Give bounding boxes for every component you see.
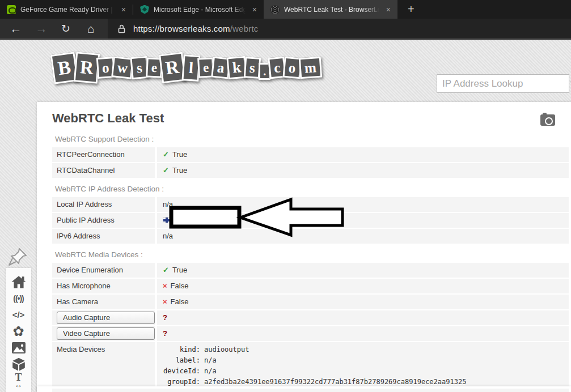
mono-line: kind:audiooutput	[163, 344, 569, 355]
canvas-icon[interactable]: ✿	[6, 323, 31, 339]
row-label: RTCDataChannel	[52, 163, 155, 178]
sidebar-nav: ((•)) </> ✿ T↔	[6, 268, 31, 392]
close-icon[interactable]: ×	[119, 5, 128, 14]
row-value: ?	[157, 326, 569, 341]
button-cell: Video Capture Permissions	[52, 326, 155, 341]
row-label: Has Microphone	[52, 279, 155, 293]
tab-title: Microsoft Edge - Microsoft Edge	[154, 6, 246, 14]
logo-letter: m	[299, 57, 322, 79]
table-row: Device Enumeration ✓True	[52, 263, 569, 278]
browserleaks-logo[interactable]: B R o w s e R l e a k s . c o m	[52, 53, 320, 83]
row-value	[157, 213, 569, 228]
pushpin-icon[interactable]	[8, 246, 28, 269]
row-label: Public IP Address	[52, 213, 155, 228]
browser-tab-bar: GeForce Game Ready Driver | 45 × Microso…	[0, 0, 571, 19]
font-metrics-icon[interactable]: T↔	[6, 372, 31, 389]
home-nav-icon[interactable]: ⌂	[81, 19, 101, 39]
section-ip-header: WebRTC IP Address Detection :	[55, 185, 569, 195]
nvidia-icon	[7, 5, 16, 14]
search-input[interactable]	[437, 78, 570, 90]
mono-line: label:n/a	[163, 355, 569, 366]
row-value: ?	[157, 310, 569, 325]
table-row	[52, 389, 569, 392]
table-row: Has Camera ×False	[52, 295, 569, 309]
row-value: ✓True	[157, 163, 569, 178]
address-bar[interactable]: https://browserleaks.com/webrtc	[108, 19, 571, 39]
screen: GeForce Game Ready Driver | 45 × Microso…	[0, 0, 571, 392]
fingerprint-icon	[270, 5, 280, 14]
cross-icon: ×	[163, 297, 167, 306]
tab-geforce[interactable]: GeForce Game Ready Driver | 45 ×	[0, 0, 133, 19]
row-label: Media Devices	[52, 342, 155, 387]
logo-letter: R	[73, 52, 99, 83]
table-row: Audio Capture Permissions ?	[52, 310, 569, 325]
table-row: Local IP Address n/a	[52, 197, 569, 212]
tab-title: GeForce Game Ready Driver | 45	[20, 6, 115, 14]
url-path: /webrtc	[230, 24, 259, 33]
webgl-cube-icon[interactable]	[6, 356, 31, 372]
section-support-header: WebRTC Support Detection :	[55, 135, 569, 145]
row-value: n/a	[157, 229, 569, 244]
table-row-media-devices: Media Devices kind:audiooutput label:n/a…	[52, 342, 569, 387]
webpage: B R o w s e R l e a k s . c o m WebRTC L…	[0, 40, 571, 392]
table-row: RTCPeerConnection ✓True	[52, 147, 569, 162]
code-icon[interactable]: </>	[6, 306, 31, 323]
table-row: Has Microphone ×False	[52, 279, 569, 293]
mono-line: deviceId:n/a	[163, 366, 569, 377]
video-capture-permissions-button[interactable]: Video Capture Permissions	[57, 327, 155, 340]
ip-lookup-search	[437, 74, 569, 93]
question-mark: ?	[163, 329, 167, 338]
tab-edge[interactable]: Microsoft Edge - Microsoft Edge ×	[133, 0, 264, 19]
finland-flag-icon	[163, 217, 172, 223]
tab-title: WebRTC Leak Test - BrowserLeak	[284, 6, 379, 14]
row-value: ✓True	[157, 263, 569, 278]
row-value: ×False	[157, 295, 569, 309]
question-mark: ?	[163, 313, 167, 322]
row-value: ✓True	[157, 147, 569, 162]
content-panel: WebRTC Leak Test WebRTC Support Detectio…	[37, 102, 571, 392]
table-row: RTCDataChannel ✓True	[52, 163, 569, 178]
section-media-header: WebRTC Media Devices :	[55, 250, 569, 261]
row-label: Has Camera	[52, 295, 155, 309]
tab-webrtc-active[interactable]: WebRTC Leak Test - BrowserLeak ×	[264, 0, 397, 19]
row-label: Local IP Address	[52, 197, 155, 212]
refresh-icon[interactable]: ↻	[56, 19, 76, 39]
back-icon[interactable]: ←	[6, 19, 26, 39]
table-row-public-ip: Public IP Address	[52, 213, 569, 228]
next-content-panel	[37, 386, 571, 392]
browser-navbar: ← → ↻ ⌂ https://browserleaks.com/webrtc	[0, 19, 571, 40]
forward-icon[interactable]: →	[31, 19, 52, 39]
close-icon[interactable]: ×	[384, 5, 393, 14]
edge-icon	[140, 5, 149, 14]
new-tab-button[interactable]: +	[401, 3, 421, 16]
row-label: IPv6 Address	[52, 229, 155, 244]
lock-icon	[118, 24, 125, 33]
row-value: ×False	[157, 279, 569, 293]
image-icon[interactable]	[6, 339, 31, 356]
check-icon: ✓	[163, 150, 169, 159]
cross-icon: ×	[163, 282, 167, 290]
close-icon[interactable]: ×	[250, 5, 259, 14]
broadcast-icon[interactable]: ((•))	[6, 290, 31, 306]
url-text: https://browserleaks.com/webrtc	[133, 24, 258, 33]
check-icon: ✓	[163, 166, 169, 174]
row-value: n/a	[157, 197, 569, 212]
table-row: IPv6 Address n/a	[52, 229, 569, 244]
audio-capture-permissions-button[interactable]: Audio Capture Permissions	[57, 312, 155, 324]
url-host: https://browserleaks.com	[133, 24, 230, 33]
button-cell: Audio Capture Permissions	[52, 310, 155, 325]
table-row: Video Capture Permissions ?	[52, 326, 569, 341]
row-label: Device Enumeration	[52, 263, 155, 278]
home-icon[interactable]	[6, 274, 31, 290]
check-icon: ✓	[163, 266, 169, 274]
page-title: WebRTC Leak Test	[52, 111, 569, 128]
row-label: RTCPeerConnection	[52, 147, 155, 162]
camera-icon[interactable]	[540, 114, 555, 126]
media-devices-output: kind:audiooutput label:n/a deviceId:n/a …	[157, 342, 569, 387]
